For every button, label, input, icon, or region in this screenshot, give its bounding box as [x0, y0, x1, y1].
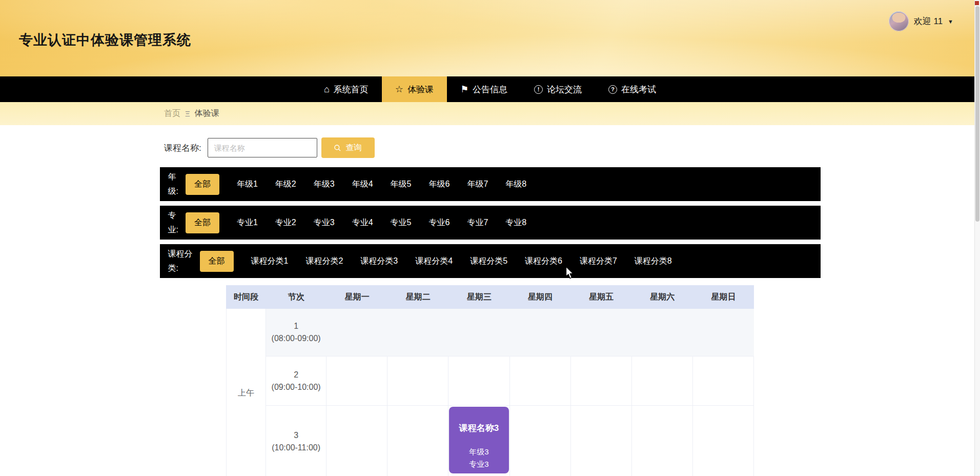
filter-bar-major: 专 业:全部专业1专业2专业3专业4专业5专业6专业7专业8: [160, 206, 821, 240]
filter-options: 全部专业1专业2专业3专业4专业5专业6专业7专业8: [186, 212, 526, 233]
breadcrumb-home[interactable]: 首页: [164, 108, 180, 119]
timetable-row: 2(09:00-10:00): [226, 356, 754, 406]
filter-option[interactable]: 年级7: [467, 179, 488, 190]
timetable-cell[interactable]: 课程名称3年级3专业3: [448, 406, 509, 476]
query-button[interactable]: 查询: [321, 137, 375, 158]
timetable-cell[interactable]: [387, 309, 448, 356]
filter-option[interactable]: 课程分类2: [305, 256, 343, 267]
filter-option[interactable]: 课程分类7: [580, 256, 617, 267]
timetable-cell[interactable]: [571, 356, 632, 406]
timetable-column-header: 星期四: [510, 285, 571, 309]
question-icon: ?: [608, 85, 617, 94]
page-title: 专业认证中体验课管理系统: [19, 31, 191, 49]
breadcrumb-separator-icon: Ξ: [185, 109, 190, 118]
nav-item[interactable]: ?在线考试: [595, 76, 669, 102]
slot-time: (08:00-09:00): [266, 332, 326, 344]
filter-option[interactable]: 课程分类4: [415, 256, 453, 267]
filter-option[interactable]: 课程分类5: [470, 256, 507, 267]
filter-option[interactable]: 专业5: [391, 217, 412, 228]
filter-option[interactable]: 全部: [186, 212, 219, 233]
filter-option[interactable]: 专业2: [275, 217, 296, 228]
search-bar: 课程名称: 查询: [164, 137, 980, 158]
timetable-column-header: 星期三: [448, 285, 509, 309]
filter-option[interactable]: 年级1: [237, 179, 258, 190]
filter-option[interactable]: 全部: [200, 251, 234, 272]
user-menu[interactable]: 欢迎 11 ▼: [889, 11, 953, 31]
main-nav: ⌂系统首页☆体验课⚑公告信息!论坛交流?在线考试: [0, 76, 980, 102]
timetable-cell[interactable]: [571, 309, 632, 356]
timetable-cell[interactable]: [326, 309, 387, 356]
filter-option[interactable]: 专业6: [428, 217, 450, 228]
timetable-cell[interactable]: [510, 309, 571, 356]
timetable-cell[interactable]: [510, 356, 571, 406]
breadcrumb: 首页 Ξ 体验课: [0, 102, 980, 125]
timetable-cell[interactable]: [326, 406, 387, 476]
filter-options: 全部年级1年级2年级3年级4年级5年级6年级7年级8: [186, 174, 526, 195]
slot-cell: 2(09:00-10:00): [266, 356, 326, 406]
slot-time: (09:00-10:00): [266, 381, 326, 393]
scrollbar[interactable]: [974, 0, 980, 476]
filter-option[interactable]: 年级6: [428, 179, 450, 190]
filter-option[interactable]: 课程分类6: [525, 256, 562, 267]
timetable-cell[interactable]: [387, 406, 448, 476]
filter-option[interactable]: 专业3: [314, 217, 335, 228]
filter-option[interactable]: 专业4: [352, 217, 373, 228]
filter-bar-grade: 年 级:全部年级1年级2年级3年级4年级5年级6年级7年级8: [160, 167, 821, 201]
slot-cell: 3(10:00-11:00): [266, 406, 326, 476]
timetable-row: 上午1(08:00-09:00): [226, 309, 754, 356]
nav-item-label: 论坛交流: [547, 84, 582, 95]
filter-options: 全部课程分类1课程分类2课程分类3课程分类4课程分类5课程分类6课程分类7课程分…: [200, 251, 672, 272]
filter-option[interactable]: 课程分类1: [251, 256, 289, 267]
timetable-column-header: 星期五: [571, 285, 632, 309]
timetable-column-header: 星期二: [387, 285, 448, 309]
slot-cell: 1(08:00-09:00): [266, 309, 326, 356]
nav-item[interactable]: !论坛交流: [521, 76, 595, 102]
nav-item[interactable]: ⚑公告信息: [447, 76, 521, 102]
timetable-cell[interactable]: [693, 356, 754, 406]
slot-time: (10:00-11:00): [266, 442, 326, 453]
filter-bar-category: 课程分 类:全部课程分类1课程分类2课程分类3课程分类4课程分类5课程分类6课程…: [160, 244, 821, 278]
slot-number: 1: [266, 320, 326, 332]
filter-option[interactable]: 课程分类8: [635, 256, 672, 267]
filter-option[interactable]: 年级8: [505, 179, 526, 190]
timetable-cell[interactable]: [632, 356, 693, 406]
timetable-cell[interactable]: [632, 406, 693, 476]
course-card-major: 专业3: [469, 460, 488, 469]
filter-option[interactable]: 课程分类3: [360, 256, 398, 267]
course-card[interactable]: 课程名称3年级3专业3: [449, 407, 508, 473]
nav-item[interactable]: ☆体验课: [382, 76, 447, 102]
timetable-cell[interactable]: [326, 356, 387, 406]
timetable-cell[interactable]: [693, 309, 754, 356]
timetable-column-header: 星期一: [326, 285, 387, 309]
timetable-cell[interactable]: [632, 309, 693, 356]
course-name-input[interactable]: [208, 138, 317, 157]
timetable-cell[interactable]: [448, 356, 509, 406]
breadcrumb-current: 体验课: [195, 108, 219, 119]
filter-option[interactable]: 年级4: [352, 179, 373, 190]
filter-option[interactable]: 专业8: [505, 217, 526, 228]
timetable-cell[interactable]: [387, 356, 448, 406]
timetable-row: 3(10:00-11:00)课程名称3年级3专业3: [226, 406, 754, 476]
filter-option[interactable]: 全部: [186, 174, 219, 195]
filter-option[interactable]: 年级2: [275, 179, 296, 190]
timetable-cell[interactable]: [693, 406, 754, 476]
filter-label: 专 业:: [168, 208, 178, 237]
timetable-header-row: 时间段节次星期一星期二星期三星期四星期五星期六星期日: [226, 285, 754, 309]
scrollbar-thumb[interactable]: [975, 6, 979, 222]
filter-option[interactable]: 年级3: [314, 179, 335, 190]
nav-item-label: 系统首页: [334, 84, 369, 95]
avatar[interactable]: [889, 11, 909, 31]
slot-number: 2: [266, 369, 326, 381]
welcome-text: 欢迎 11: [914, 15, 943, 27]
timetable-cell[interactable]: [571, 406, 632, 476]
flag-icon: ⚑: [460, 85, 468, 94]
filter-option[interactable]: 年级5: [391, 179, 412, 190]
nav-item[interactable]: ⌂系统首页: [311, 76, 382, 102]
filter-option[interactable]: 专业7: [467, 217, 488, 228]
nav-item-label: 体验课: [407, 84, 434, 95]
chevron-down-icon: ▼: [948, 18, 953, 25]
filter-option[interactable]: 专业1: [237, 217, 258, 228]
timetable-cell[interactable]: [510, 406, 571, 476]
nav-item-label: 在线考试: [621, 84, 656, 95]
timetable-cell[interactable]: [448, 309, 509, 356]
